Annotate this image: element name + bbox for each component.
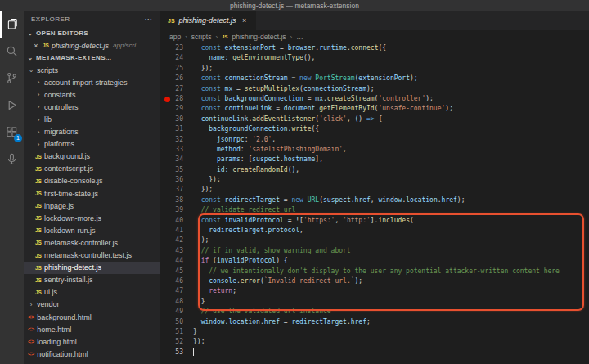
code-line[interactable]: 25 }); bbox=[160, 64, 589, 74]
line-number[interactable]: 39 bbox=[160, 205, 188, 215]
breakpoint-icon[interactable] bbox=[164, 97, 170, 102]
tree-item-lockdown-run.js[interactable]: JSlockdown-run.js bbox=[24, 224, 160, 236]
line-number[interactable]: 48 bbox=[160, 297, 188, 307]
tree-item-constants[interactable]: ›constants bbox=[24, 88, 160, 101]
breadcrumb-app[interactable]: app bbox=[169, 33, 181, 41]
tree-item-controllers[interactable]: ›controllers bbox=[24, 101, 160, 113]
line-number[interactable]: 33 bbox=[160, 145, 188, 155]
tree-item-phishing-detect.js[interactable]: JSphishing-detect.js bbox=[24, 262, 160, 274]
tree-item-background.js[interactable]: JSbackground.js bbox=[24, 151, 160, 163]
tab-close-icon[interactable]: × bbox=[241, 16, 249, 25]
code-line[interactable]: 24 name: getEnvironmentType(), bbox=[160, 53, 589, 63]
line-number[interactable]: 30 bbox=[160, 115, 188, 124]
line-number[interactable]: 32 bbox=[160, 135, 188, 145]
line-number[interactable]: 36 bbox=[160, 175, 188, 185]
breadcrumb-file[interactable]: phishing-detect.js bbox=[232, 33, 286, 41]
code-line[interactable]: 48 } bbox=[160, 297, 589, 307]
line-number[interactable]: 43 bbox=[160, 246, 188, 256]
tree-item-notification.html[interactable]: <>notification.html bbox=[24, 348, 160, 360]
open-editor-item[interactable]: × JS phishing-detect.js app/scri... bbox=[24, 39, 160, 52]
tree-item-account-import-strategies[interactable]: ›account-import-strategies bbox=[24, 76, 160, 88]
line-number[interactable]: 34 bbox=[160, 155, 188, 164]
microphone-icon[interactable] bbox=[0, 146, 24, 173]
workspace-section-header[interactable]: ⌄ METAMASK-EXTENS... bbox=[24, 52, 160, 64]
code-line[interactable]: 35 id: createRandomId(), bbox=[160, 165, 589, 175]
line-number[interactable]: 23 bbox=[160, 43, 188, 53]
line-number[interactable]: 37 bbox=[160, 185, 188, 195]
line-number[interactable]: 49 bbox=[160, 307, 188, 317]
chevron-down-icon[interactable]: ⌄ bbox=[28, 66, 34, 74]
tree-item-lockdown-more.js[interactable]: JSlockdown-more.js bbox=[24, 212, 160, 224]
close-icon[interactable]: × bbox=[32, 42, 40, 50]
tree-item-disable-console.js[interactable]: JSdisable-console.js bbox=[24, 175, 160, 187]
line-number[interactable]: 25 bbox=[160, 64, 188, 74]
code-line[interactable]: 47 return; bbox=[160, 286, 589, 296]
extensions-icon[interactable]: 1 bbox=[0, 119, 24, 146]
chevron-right-icon[interactable]: › bbox=[35, 79, 42, 86]
tree-item-scripts[interactable]: ⌄scripts bbox=[24, 64, 160, 76]
code-line[interactable]: 38 const redirectTarget = new URL(suspec… bbox=[160, 195, 589, 205]
line-number[interactable]: 31 bbox=[160, 124, 188, 134]
code-line[interactable]: 52}); bbox=[160, 337, 589, 347]
search-icon[interactable] bbox=[0, 38, 24, 65]
tree-item-ui.js[interactable]: JSui.js bbox=[24, 286, 160, 299]
tree-item-metamask-controller.test.js[interactable]: JSmetamask-controller.test.js bbox=[24, 249, 160, 262]
tree-item-lib[interactable]: ›lib bbox=[24, 113, 160, 125]
line-number[interactable]: 45 bbox=[160, 267, 188, 276]
tree-item-sentry-install.js[interactable]: JSsentry-install.js bbox=[24, 274, 160, 286]
tree-item-home.html[interactable]: <>home.html bbox=[24, 323, 160, 335]
line-number[interactable]: 40 bbox=[160, 216, 188, 226]
line-number[interactable]: 52 bbox=[160, 337, 188, 347]
code-line[interactable]: 33 method: 'safelistPhishingDomain', bbox=[160, 145, 589, 155]
code-line[interactable]: 44 if (invalidProtocol) { bbox=[160, 256, 589, 266]
run-debug-icon[interactable] bbox=[0, 92, 24, 119]
code-line[interactable]: 29 const continueLink = document.getElem… bbox=[160, 104, 589, 114]
line-number[interactable]: 41 bbox=[160, 226, 188, 236]
code-area[interactable]: 23 const extensionPort = browser.runtime… bbox=[160, 43, 589, 364]
breadcrumb-more[interactable]: … bbox=[296, 33, 303, 41]
line-number[interactable]: 50 bbox=[160, 317, 188, 327]
chevron-right-icon[interactable]: › bbox=[35, 116, 42, 124]
line-number[interactable]: 24 bbox=[160, 53, 188, 63]
tree-item-vendor[interactable]: ›vendor bbox=[24, 299, 160, 311]
chevron-right-icon[interactable]: › bbox=[35, 128, 42, 136]
tree-item-contentscript.js[interactable]: JScontentscript.js bbox=[24, 163, 160, 175]
tree-item-loading.html[interactable]: <>loading.html bbox=[24, 335, 160, 348]
line-number[interactable]: 38 bbox=[160, 195, 188, 205]
code-line[interactable]: 46 console.error(`Invalid redirect url.`… bbox=[160, 276, 589, 286]
code-line[interactable]: 26 const connectionStream = new PortStre… bbox=[160, 74, 589, 83]
open-editors-section-header[interactable]: ⌄ OPEN EDITORS bbox=[24, 27, 160, 39]
line-number[interactable]: 26 bbox=[160, 74, 188, 83]
tree-item-first-time-state.js[interactable]: JSfirst-time-state.js bbox=[24, 187, 160, 200]
code-line[interactable]: 51} bbox=[160, 327, 589, 337]
line-number[interactable]: 27 bbox=[160, 84, 188, 94]
line-number[interactable]: 35 bbox=[160, 165, 188, 175]
line-number[interactable]: 51 bbox=[160, 327, 188, 337]
source-control-icon[interactable] bbox=[0, 65, 24, 92]
tree-item-migrations[interactable]: ›migrations bbox=[24, 126, 160, 138]
line-number[interactable]: 44 bbox=[160, 256, 188, 266]
code-line[interactable]: 23 const extensionPort = browser.runtime… bbox=[160, 43, 589, 53]
tab-phishing-detect[interactable]: JS phishing-detect.js × bbox=[160, 11, 256, 30]
code-line[interactable]: 40 const invalidProtocol = !['https:', '… bbox=[160, 216, 589, 226]
code-line[interactable]: 30 continueLink.addEventListener('click'… bbox=[160, 115, 589, 124]
code-line[interactable]: 39 // validate redirect url bbox=[160, 205, 589, 215]
code-line[interactable]: 41 redirectTarget.protocol, bbox=[160, 226, 589, 236]
code-line[interactable]: 36 }); bbox=[160, 175, 589, 185]
chevron-right-icon[interactable]: › bbox=[35, 103, 42, 110]
tree-item-background.html[interactable]: <>background.html bbox=[24, 311, 160, 323]
chevron-right-icon[interactable]: › bbox=[35, 91, 42, 98]
tree-item-metamask-controller.js[interactable]: JSmetamask-controller.js bbox=[24, 236, 160, 249]
chevron-right-icon[interactable]: › bbox=[28, 301, 34, 308]
tree-item-inpage.js[interactable]: JSinpage.js bbox=[24, 200, 160, 212]
breadcrumb-scripts[interactable]: scripts bbox=[191, 33, 212, 41]
code-line[interactable]: 28 const backgroundConnection = mx.creat… bbox=[160, 94, 589, 104]
code-line[interactable]: 43 // if in valid, show warning and abor… bbox=[160, 246, 589, 256]
chevron-down-icon[interactable]: ⌄ bbox=[27, 54, 34, 61]
code-line[interactable]: 49 // use the validated url instance bbox=[160, 307, 589, 317]
code-line[interactable]: 45 // we intentionally don't display to … bbox=[160, 267, 589, 276]
code-line[interactable]: 37 }); bbox=[160, 185, 589, 195]
tree-item-platforms[interactable]: ›platforms bbox=[24, 138, 160, 151]
code-line[interactable]: 34 params: [suspect.hostname], bbox=[160, 155, 589, 164]
line-number[interactable]: 29 bbox=[160, 104, 188, 114]
